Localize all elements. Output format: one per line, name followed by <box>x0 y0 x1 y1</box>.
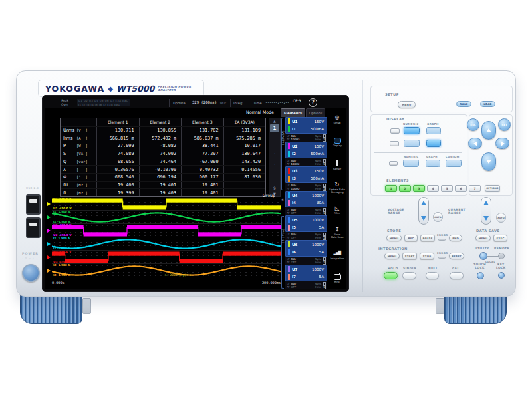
softkey-misc[interactable]: Misc <box>329 267 346 289</box>
graph-custom-button[interactable] <box>426 160 440 167</box>
peak-over-indicators: U1 U2 U3 U4 U5 U6 U7 ExA ExC I1 I2 I3 I4… <box>77 99 130 106</box>
element-item-U3[interactable]: U3150VI3500mALFAdvSyncFF100HzHrm1 <box>285 166 327 191</box>
page-up-icon[interactable]: ▲ <box>273 118 276 124</box>
current-range-rocker[interactable] <box>481 197 491 225</box>
key-lock-button[interactable] <box>498 272 505 279</box>
element-item-U5[interactable]: U51000VI55ALFAdvSyncFFOFFHrm1 <box>285 215 327 240</box>
element-item-U4[interactable]: U41000VI430ALFAdvSyncFFOFFHrm1 <box>285 191 327 215</box>
softkey-update-rate-averaging[interactable]: ↻Update Rate Averaging <box>329 176 346 199</box>
element-card[interactable]: U1150VI1500mA <box>285 117 327 134</box>
custom-button[interactable] <box>446 160 462 167</box>
element-key-7[interactable]: 7 <box>469 185 481 192</box>
display-indicator-2[interactable] <box>390 141 399 146</box>
setup-label: SETUP <box>385 92 399 96</box>
voltage-auto-button[interactable]: AUTO <box>433 212 443 222</box>
element-card[interactable]: U3150VI3500mA <box>285 166 327 183</box>
display-indicator-1[interactable] <box>390 128 400 134</box>
tab-options[interactable]: Options <box>306 108 325 117</box>
softkey-store-data-save[interactable]: ↧Store Data Save <box>329 221 346 244</box>
exec-button[interactable]: EXEC <box>493 235 507 241</box>
element-card[interactable]: U71000VI75A <box>285 265 327 281</box>
esc-button[interactable]: ESC <box>467 118 479 131</box>
softkey-range[interactable]: Range <box>329 154 346 176</box>
end-button[interactable]: END <box>449 235 462 241</box>
softkey-setup[interactable]: ⚙Setup <box>329 108 346 131</box>
setup-menu-button[interactable]: MENU <box>398 101 416 108</box>
null-button[interactable] <box>426 272 439 279</box>
voltage-color-chip <box>288 168 290 174</box>
rec-button[interactable]: REC <box>404 235 418 241</box>
save-button[interactable]: SAVE <box>456 101 471 107</box>
element-key-4[interactable]: 4 <box>427 185 439 192</box>
element-key-2[interactable]: 2 <box>399 185 411 192</box>
graph-display-button[interactable] <box>426 127 441 134</box>
pause-button[interactable]: PAUSE <box>420 235 435 241</box>
channel-range: 30A <box>317 201 327 205</box>
store-menu-button[interactable]: MENU <box>386 235 402 241</box>
arrow-down-button[interactable] <box>481 152 496 171</box>
softkey-integration[interactable]: ▂▅█Integration <box>329 244 346 267</box>
softkey-filter[interactable]: ◺Filter <box>329 199 346 221</box>
stand-bracket-right <box>436 298 444 314</box>
arrow-up-button[interactable] <box>481 121 496 140</box>
integration-menu-button[interactable]: MENU <box>384 253 400 259</box>
numeric-display-button[interactable] <box>404 127 420 134</box>
sync-badge-icon <box>323 257 327 261</box>
set-button[interactable]: SET <box>498 118 511 131</box>
element-key-1[interactable]: 1 <box>385 185 397 192</box>
element-item-U1[interactable]: U1150VI1500mALFAdvSyncFF100HzHrm1 <box>285 117 327 142</box>
element-key-3[interactable]: 3 <box>413 185 425 192</box>
stop-button[interactable]: STOP <box>420 253 434 259</box>
softkey-display[interactable]: Display <box>329 131 346 154</box>
voltage-range-rocker[interactable] <box>418 197 429 225</box>
element-item-U2[interactable]: U2150VI2500mALFAdvSyncFF100HzHrm1 <box>285 142 327 166</box>
touch-lock-button[interactable] <box>477 272 484 279</box>
display-indicator-3[interactable] <box>389 161 398 166</box>
utility-button[interactable] <box>479 252 487 260</box>
cell-value: -0.10790 <box>139 166 182 173</box>
element-card[interactable]: U41000VI430A <box>285 191 327 207</box>
usb-port-2[interactable] <box>26 217 41 238</box>
sync-label: Sync <box>315 257 322 261</box>
col-header-3: Element 3 <box>181 118 223 126</box>
channel-row-I6: I65A <box>286 249 327 256</box>
single-button[interactable] <box>402 272 416 279</box>
arrow-right-button[interactable] <box>495 138 509 149</box>
current-auto-button[interactable]: AUTO <box>496 213 506 223</box>
waveform-trace-U3: U3 450.0 VU3 -450.0 V <box>52 251 281 264</box>
options-button[interactable]: OPTIONS <box>485 185 500 192</box>
channel-name: I5 <box>292 225 300 229</box>
element-item-U7[interactable]: U71000VI75ALFAdvSyncFFOFFHrm1 <box>285 265 327 289</box>
cell-value: 74.902 <box>139 150 182 158</box>
cal-button[interactable] <box>450 272 464 279</box>
start-button[interactable]: START <box>402 253 417 259</box>
help-icon[interactable]: ? <box>309 98 317 107</box>
usb-port-1[interactable] <box>26 194 41 215</box>
element-card[interactable]: U51000VI55A <box>285 215 327 232</box>
display-button-2b[interactable] <box>426 140 441 147</box>
reset-button[interactable]: RESET <box>449 253 464 259</box>
measurement-table: Element 1Element 2Element 3ΣA (3V3A)Urms… <box>60 118 266 197</box>
load-button[interactable]: LOAD <box>480 101 495 107</box>
screen[interactable]: Peak Over U1 U2 U3 U4 U5 U6 U7 ExA ExC I… <box>45 98 346 289</box>
element-sync-info: LFAdvSyncFF100HzHrm1 <box>285 134 327 142</box>
arrow-left-icon <box>473 141 477 146</box>
element-keys: 1234567 <box>385 185 481 192</box>
element-card[interactable]: U61000VI65A <box>285 240 327 257</box>
tab-elements[interactable]: Elements <box>281 108 305 117</box>
arrow-left-button[interactable] <box>468 138 482 149</box>
hrm-label: Hrm <box>315 285 321 289</box>
power-button[interactable] <box>22 264 40 282</box>
data-save-menu-button[interactable]: MENU <box>475 235 491 241</box>
element-key-6[interactable]: 6 <box>455 185 467 192</box>
waveform-area[interactable]: U1 450.0 VU1 -450.0 VI1 1.500 AI1 -1.500… <box>52 198 281 285</box>
ff-label: FF <box>287 162 290 166</box>
element-item-U6[interactable]: U61000VI65ALFAdvSyncFFOFFHrm1 <box>285 240 327 265</box>
hold-button[interactable] <box>384 272 398 279</box>
page-selector[interactable]: ▲ 1 ···· 9 ▼ <box>269 118 281 197</box>
panel-seam <box>362 80 363 292</box>
numeric-custom-button[interactable] <box>403 160 419 167</box>
element-key-5[interactable]: 5 <box>441 185 453 192</box>
element-card[interactable]: U2150VI2500mA <box>285 142 327 158</box>
display-button-2a[interactable] <box>404 140 420 147</box>
